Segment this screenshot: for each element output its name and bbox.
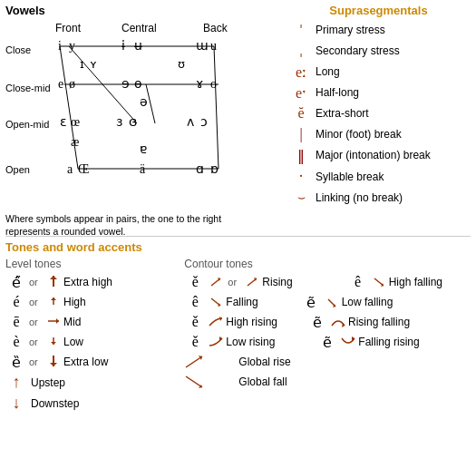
globalfall-arrow-icon [184,375,238,389]
extralow-char: ȅ [5,354,27,371]
lowfalling-arrow-icon [322,295,342,309]
svg-text:u: u [210,39,217,53]
svg-text:ɵ: ɵ [134,77,142,91]
high-label: High [63,296,86,308]
svg-text:Front: Front [55,22,82,34]
svg-text:ɔ: ɔ [200,115,208,129]
downstep-label: Downstep [31,397,79,410]
svg-text:Close-mid: Close-mid [5,83,51,93]
supraseg-row-halflong: eˑ Half-long [287,83,471,102]
svg-marker-44 [50,276,57,279]
lowrising-label: Low rising [226,336,275,348]
tone-row-extrahigh: é̋ or Extra high [5,273,184,291]
svg-marker-52 [50,363,57,366]
svg-line-69 [186,376,202,387]
svg-line-11 [214,46,219,169]
tones-title: Tones and word accents [5,240,471,254]
globalrise-label: Global rise [238,356,290,368]
svg-text:a: a [67,162,73,176]
extrahigh-arrow [44,274,63,291]
top-section: Vowels Front Central Back Close Close-mi… [0,0,476,236]
high-or: or [29,297,42,307]
extralow-label: Extra low [63,356,108,368]
svg-text:æ: æ [71,135,79,149]
level-tones-panel: Level tones é̋ or Extra high é or [5,258,184,414]
supraseg-row-major: ‖ Major (intonation) break [287,146,471,164]
upstep-char: ↑ [5,373,27,392]
high-char: é [5,294,27,310]
mid-char: ē [5,314,27,330]
tone-row-downstep: ↓ Downstep [5,394,184,413]
risingfalling-arrow-icon [328,315,348,329]
primary-stress-label: Primary stress [316,24,385,36]
svg-marker-46 [51,297,56,300]
major-break-label: Major (intonation) break [316,149,431,161]
syllable-break-label: Syllable break [316,171,384,183]
secondary-stress-symbol: ˌ [287,43,316,59]
svg-text:ø: ø [69,77,75,91]
level-tones-subtitle: Level tones [5,258,184,270]
svg-text:ɐ: ɐ [140,142,147,156]
highrising-arrow-icon [206,315,226,329]
svg-text:Central: Central [121,22,157,34]
svg-text:e: e [58,77,63,91]
svg-text:ɑ: ɑ [196,162,204,176]
highfalling-label: High falling [389,276,442,288]
highfalling-arrow-icon [369,275,389,289]
supraseg-row-extrashort: ĕ Extra-short [287,104,471,122]
low-arrow [44,334,63,351]
secondary-stress-label: Secondary stress [316,44,400,57]
minor-break-label: Minor (foot) break [316,128,402,141]
rising-arrow-icon [206,275,226,289]
supraseg-row-syllable: · Syllable break [287,167,471,186]
svg-text:ɘ: ɘ [121,77,130,91]
svg-text:i: i [58,39,62,53]
low-or: or [29,336,42,347]
svg-text:ʏ: ʏ [90,57,97,71]
mid-arrow [44,314,63,331]
risingfalling-char: ẽ [306,314,328,331]
svg-text:ʌ: ʌ [187,115,194,129]
highrising-label: High rising [226,316,277,328]
falling-arrow-icon [206,295,226,309]
svg-text:Back: Back [203,22,228,34]
fallingrising-char: ẽ [316,334,338,351]
svg-text:ʊ: ʊ [178,57,185,71]
extralow-or: or [29,356,42,367]
extralow-arrow [44,354,63,371]
extrahigh-char: é̋ [5,274,27,291]
low-char: è [5,334,27,350]
primary-stress-symbol: ˈ [287,22,316,38]
syllable-break-symbol: · [287,167,316,186]
long-label: Long [316,65,340,78]
rising-char: ě [184,274,206,290]
vowels-svg: Front Central Back Close Close-mid Open-… [5,19,277,210]
contour-tones-subtitle: Contour tones [184,258,471,270]
supraseg-row-primary: ˈ Primary stress [287,21,471,39]
svg-marker-48 [56,318,59,324]
vowel-description: Where symbols appear in pairs, the one t… [5,213,276,238]
extrashort-symbol: ĕ [287,105,316,122]
fallingrising-label: Falling rising [358,336,419,348]
halflong-symbol: eˑ [287,84,316,102]
mid-label: Mid [63,316,81,328]
svg-text:ɞ: ɞ [129,115,137,129]
suprasegmentals-panel: Suprasegmentals ˈ Primary stress ˌ Secon… [281,0,476,236]
svg-text:ɒ: ɒ [210,162,219,176]
tone-row-upstep: ↑ Upstep [5,373,184,392]
supraseg-row-long: eː Long [287,63,471,81]
rising-or: or [228,277,240,288]
rising-label: Rising [262,276,292,288]
svg-text:ɤ: ɤ [196,77,203,91]
svg-text:Close: Close [5,44,31,55]
extrahigh-label: Extra high [63,276,112,288]
globalrise-arrow-icon [184,355,238,369]
supraseg-title: Suprasegmentals [287,4,471,17]
upstep-label: Upstep [31,376,65,389]
svg-line-10 [60,46,78,169]
svg-text:Œ: Œ [78,162,89,176]
tones-columns: Level tones é̋ or Extra high é or [5,258,471,414]
linking-label: Linking (no break) [316,191,403,204]
high-arrow [44,294,63,311]
tone-row-extralow: ȅ or Extra low [5,353,184,371]
